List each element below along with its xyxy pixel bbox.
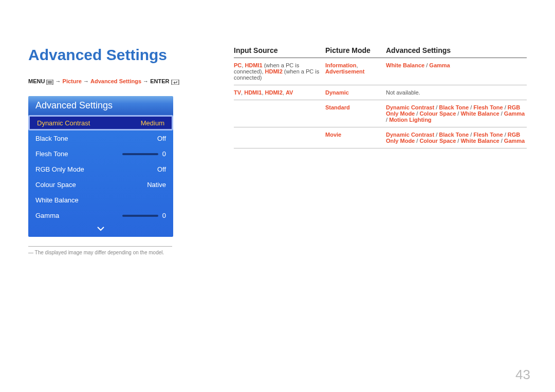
settings-panel: Advanced Settings Dynamic Contrast Mediu… xyxy=(28,96,173,237)
breadcrumb: MENU → Picture → Advanced Settings → ENT… xyxy=(28,78,203,85)
breadcrumb-enter: ENTER xyxy=(150,78,169,84)
panel-row-dynamic-contrast[interactable]: Dynamic Contrast Medium xyxy=(28,115,173,130)
table-row: TV, HDMI1, HDMI2, AV Dynamic Not availab… xyxy=(234,85,527,100)
page-number: 43 xyxy=(515,367,530,383)
slider-icon xyxy=(122,215,158,217)
breadcrumb-menu: MENU xyxy=(28,78,45,84)
chevron-down-icon[interactable] xyxy=(28,223,173,237)
menu-icon xyxy=(46,79,53,85)
enter-icon xyxy=(171,79,179,85)
table-header: Input Source Picture Mode Advanced Setti… xyxy=(234,46,527,58)
panel-row-flesh-tone[interactable]: Flesh Tone 0 xyxy=(28,146,173,161)
panel-row-rgb-only[interactable]: RGB Only Mode Off xyxy=(28,161,173,177)
footnote: ― The displayed image may differ dependi… xyxy=(28,250,203,255)
svg-rect-4 xyxy=(172,80,179,85)
right-column: Input Source Picture Mode Advanced Setti… xyxy=(234,46,527,255)
panel-row-colour-space[interactable]: Colour Space Native xyxy=(28,177,173,192)
breadcrumb-advanced: Advanced Settings xyxy=(90,78,141,84)
page-title: Advanced Settings xyxy=(28,46,203,64)
table-row: PC, HDMI1 (when a PC is connected), HDMI… xyxy=(234,58,527,85)
breadcrumb-picture: Picture xyxy=(63,78,82,84)
panel-row-black-tone[interactable]: Black Tone Off xyxy=(28,130,173,146)
table-row: Standard Dynamic Contrast / Black Tone /… xyxy=(234,100,527,127)
slider-icon xyxy=(122,153,158,155)
table-row: Movie Dynamic Contrast / Black Tone / Fl… xyxy=(234,127,527,148)
panel-row-gamma[interactable]: Gamma 0 xyxy=(28,208,173,223)
left-column: Advanced Settings MENU → Picture → Advan… xyxy=(28,46,203,255)
panel-row-white-balance[interactable]: White Balance xyxy=(28,192,173,208)
settings-table: Input Source Picture Mode Advanced Setti… xyxy=(234,46,527,148)
panel-header: Advanced Settings xyxy=(28,96,173,115)
